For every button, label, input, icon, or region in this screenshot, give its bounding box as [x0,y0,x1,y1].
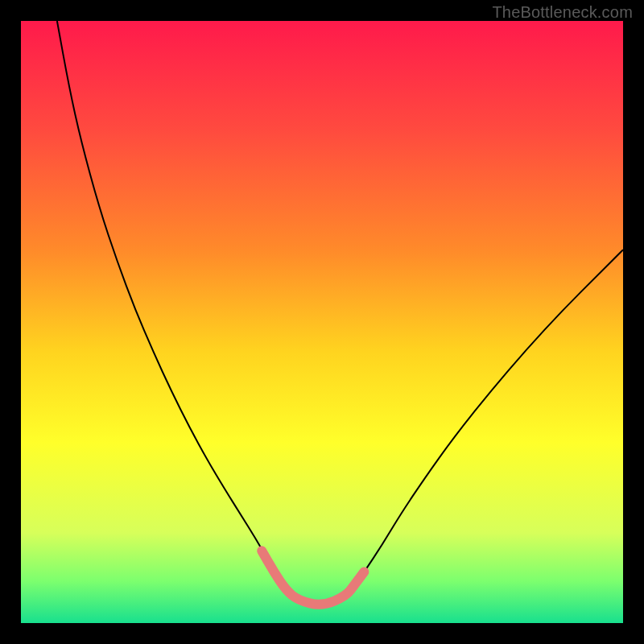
plot-area [21,21,623,623]
chart-frame: TheBottleneck.com [0,0,644,644]
gradient-background [21,21,623,623]
watermark-text: TheBottleneck.com [492,3,633,22]
chart-svg [21,21,623,623]
